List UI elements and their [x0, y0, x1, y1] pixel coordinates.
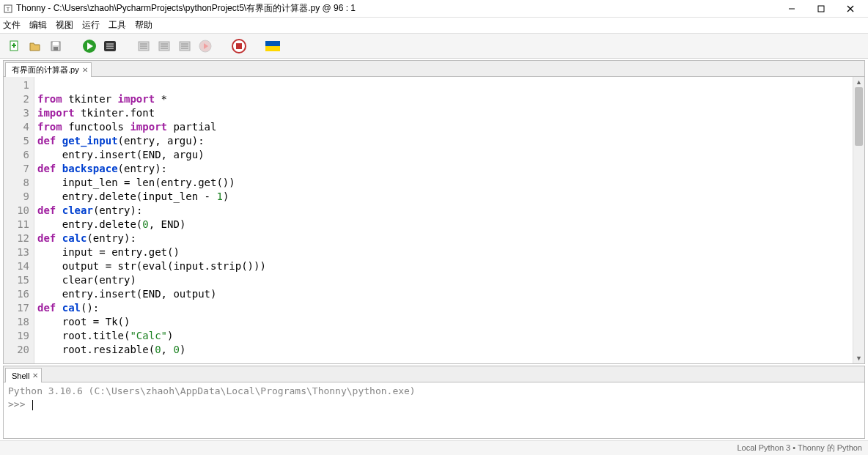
menu-run[interactable]: 运行 [82, 19, 100, 32]
shell-body[interactable]: Python 3.10.6 (C:\Users\zhaoh\AppData\Lo… [4, 382, 864, 438]
menu-help[interactable]: 帮助 [135, 19, 152, 32]
svg-rect-34 [265, 41, 280, 46]
app-icon: T [3, 4, 13, 14]
shell-prompt-line: >>> [8, 398, 860, 411]
window-title: Thonny - C:\Users\zhaoh\PycharmProjects\… [16, 2, 356, 15]
code-line: entry.insert(END, argu) [37, 148, 850, 162]
code-line [37, 78, 850, 92]
close-icon[interactable]: ✕ [82, 66, 88, 74]
step-out-button[interactable] [176, 37, 194, 55]
code-line: root.title("Calc") [37, 329, 850, 343]
code-line: def calc(entry): [37, 232, 850, 245]
code-line: entry.delete(input_len - 1) [37, 190, 850, 204]
code-line: def backspace(entry): [37, 162, 850, 176]
shell-panel: Shell ✕ Python 3.10.6 (C:\Users\zhaoh\Ap… [3, 366, 865, 439]
menu-view[interactable]: 视图 [56, 19, 73, 32]
svg-rect-11 [54, 47, 58, 51]
code-line: clear(entry) [37, 273, 850, 287]
code-line: input = entry.get() [37, 245, 850, 259]
code-text[interactable]: from tkinter import *import tkinter.font… [34, 77, 853, 363]
shell-tab-label: Shell [12, 371, 29, 380]
new-file-button[interactable] [6, 37, 23, 55]
shell-tab[interactable]: Shell ✕ [5, 368, 42, 382]
statusbar: Local Python 3 • Thonny 的 Python [0, 440, 868, 455]
main-window: T Thonny - C:\Users\zhaoh\PycharmProject… [0, 0, 868, 455]
menubar: 文件 编辑 视图 运行 工具 帮助 [0, 18, 868, 34]
editor-tab-label: 有界面的计算器.py [12, 64, 79, 75]
line-gutter: 1 2 3 4 5 6 7 8 9 10 11 12 13 14 15 16 1… [4, 77, 34, 363]
support-ukraine-button[interactable] [264, 37, 282, 55]
close-icon[interactable]: ✕ [32, 371, 38, 380]
editor-body[interactable]: 1 2 3 4 5 6 7 8 9 10 11 12 13 14 15 16 1… [4, 77, 864, 363]
code-line: import tkinter.font [37, 106, 850, 120]
editor-tab[interactable]: 有界面的计算器.py ✕ [5, 62, 92, 77]
code-line: root.resizable(0, 0) [37, 343, 850, 357]
stop-button[interactable] [230, 37, 248, 55]
cursor [32, 400, 33, 410]
shell-tabbar: Shell ✕ [4, 366, 864, 382]
debug-button[interactable] [101, 37, 119, 55]
scroll-up-icon[interactable]: ▲ [853, 77, 864, 87]
code-line: output = str(eval(input.strip())) [37, 259, 850, 273]
editor-panel: 有界面的计算器.py ✕ 1 2 3 4 5 6 7 8 9 10 11 12 … [3, 60, 865, 364]
code-line: root = Tk() [37, 315, 850, 329]
code-line: entry.insert(END, output) [37, 287, 850, 301]
editor-tabbar: 有界面的计算器.py ✕ [4, 61, 864, 77]
resume-button[interactable] [196, 37, 214, 55]
close-button[interactable] [836, 0, 865, 18]
svg-rect-33 [236, 43, 242, 49]
open-file-button[interactable] [26, 37, 44, 55]
code-line: def clear(entry): [37, 204, 850, 218]
code-line: from tkinter import * [37, 92, 850, 106]
scroll-down-icon[interactable]: ▼ [853, 353, 864, 363]
svg-text:T: T [7, 6, 10, 12]
step-into-button[interactable] [155, 37, 173, 55]
run-button[interactable] [81, 37, 98, 55]
scroll-thumb[interactable] [855, 87, 863, 146]
svg-rect-3 [818, 6, 824, 12]
code-line: input_len = len(entry.get()) [37, 176, 850, 190]
minimize-button[interactable] [777, 0, 806, 18]
menu-file[interactable]: 文件 [3, 19, 21, 32]
svg-rect-10 [53, 42, 59, 45]
maximize-button[interactable] [806, 0, 836, 18]
step-over-button[interactable] [135, 37, 152, 55]
titlebar: T Thonny - C:\Users\zhaoh\PycharmProject… [0, 0, 868, 18]
code-line: def get_input(entry, argu): [37, 134, 850, 148]
editor-scrollbar[interactable]: ▲ ▼ [853, 77, 864, 363]
interpreter-label[interactable]: Local Python 3 • Thonny 的 Python [737, 443, 862, 454]
code-line: entry.delete(0, END) [37, 218, 850, 232]
menu-edit[interactable]: 编辑 [29, 19, 47, 32]
code-line: from functools import partial [37, 120, 850, 134]
code-line: def cal(): [37, 301, 850, 315]
shell-banner: Python 3.10.6 (C:\Users\zhaoh\AppData\Lo… [8, 385, 860, 398]
save-file-button[interactable] [47, 37, 65, 55]
svg-rect-35 [265, 46, 280, 51]
menu-tools[interactable]: 工具 [108, 19, 126, 32]
toolbar [0, 34, 868, 59]
